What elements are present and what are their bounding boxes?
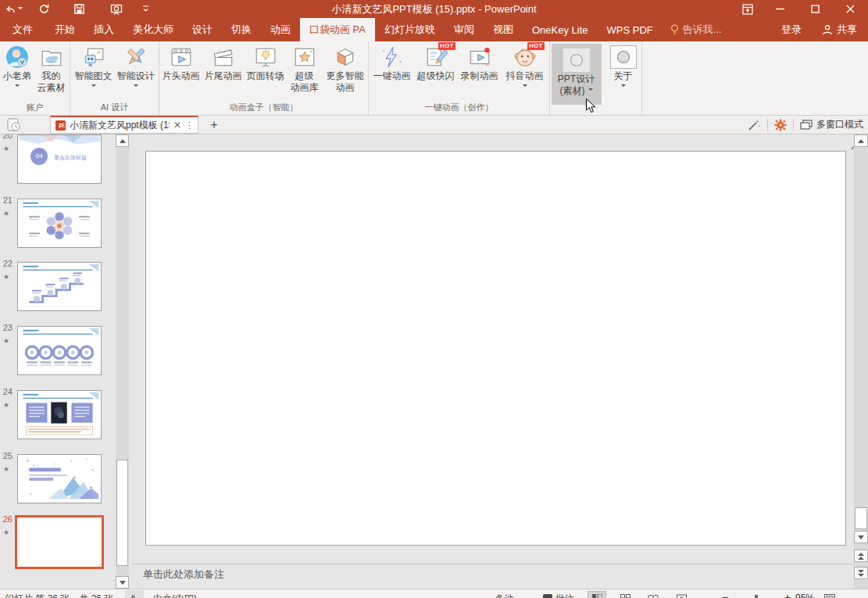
panel-scrollbar[interactable]: [116, 134, 129, 589]
tell-me-label: 告诉我...: [683, 23, 722, 37]
slide-thumbnail-26-selected[interactable]: [15, 515, 104, 569]
tab-transitions[interactable]: 切换: [222, 18, 261, 41]
animation-star-icon: ★: [3, 145, 9, 152]
save-button[interactable]: [61, 0, 97, 18]
opening-animation-button[interactable]: 片头动画: [160, 44, 202, 82]
smart-design-button[interactable]: 智能设计: [115, 44, 157, 89]
next-slide-button[interactable]: [854, 567, 868, 579]
douyin-animation-button[interactable]: HOT 抖音动画: [502, 44, 548, 89]
reading-view-icon: [648, 595, 659, 598]
normal-view-button[interactable]: [588, 591, 606, 598]
tab-meihua-master[interactable]: 美化大师: [123, 18, 183, 41]
recent-documents-button[interactable]: [7, 118, 21, 131]
slide-number: 23: [0, 323, 13, 332]
slide-thumbnail-20[interactable]: 04 单击添加标题: [17, 134, 102, 184]
button-label: 页面转场: [247, 70, 284, 82]
slide-counter[interactable]: 幻灯片 第 26 张，共 26 张: [5, 593, 113, 598]
tab-view[interactable]: 视图: [484, 18, 523, 41]
minimize-button[interactable]: [763, 0, 798, 18]
scroll-down-button[interactable]: [854, 531, 868, 543]
maximize-button[interactable]: [798, 0, 833, 18]
slideshow-view-button[interactable]: [672, 591, 691, 598]
multi-window-mode-button[interactable]: 多窗口模式: [800, 118, 863, 131]
smart-graphics-button[interactable]: 智能图文: [73, 44, 115, 89]
scroll-up-button[interactable]: [116, 134, 129, 147]
ribbon-group-ai-design: 智能图文 智能设计 AI 设计: [70, 41, 159, 115]
scroll-down-button[interactable]: [116, 576, 129, 589]
reading-view-button[interactable]: [644, 591, 663, 598]
customize-qat-button[interactable]: [136, 0, 155, 18]
tab-wps-pdf[interactable]: WPS PDF: [598, 18, 663, 41]
tab-file[interactable]: 文件: [0, 18, 45, 41]
ppt-design-assets-button[interactable]: PPT设计 (素材): [552, 44, 602, 105]
ending-animation-button[interactable]: 片尾动画: [202, 44, 245, 82]
tab-animations[interactable]: 动画: [261, 18, 300, 41]
double-chevron-up-icon: [858, 553, 864, 560]
tell-me-box[interactable]: 告诉我...: [663, 18, 730, 41]
button-label-line2: 云素材: [38, 82, 66, 94]
panel-scrollbar-thumb[interactable]: [116, 460, 128, 566]
tab-insert[interactable]: 插入: [84, 18, 123, 41]
ribbon-display-options-button[interactable]: [733, 0, 763, 18]
tab-pocket-animation[interactable]: 口袋动画 PA: [300, 18, 375, 41]
zoom-in-button[interactable]: +: [784, 591, 791, 598]
tab-home[interactable]: 开始: [45, 18, 84, 41]
button-label-line1: 超级: [295, 70, 314, 82]
chevron-down-icon: [15, 84, 20, 89]
slide-thumbnail-23[interactable]: [17, 326, 102, 375]
slide20-caption: 单击添加标题: [54, 154, 87, 162]
close-button[interactable]: [833, 0, 868, 18]
slide-thumbnail-21[interactable]: [17, 199, 102, 248]
tab-design[interactable]: 设计: [183, 18, 222, 41]
share-button[interactable]: 共享: [811, 18, 868, 41]
my-cloud-assets-button[interactable]: 我的 云素材: [34, 44, 70, 94]
document-tab-active[interactable]: P 小清新文艺风ppt模板 (15).pptx ✕ ⋮: [50, 116, 198, 134]
animation-star-icon: ★: [3, 273, 9, 281]
about-button[interactable]: 关于: [606, 44, 641, 89]
more-smart-animation-button[interactable]: 更多智能 动画: [323, 44, 368, 94]
start-slideshow-button[interactable]: [97, 0, 136, 18]
new-tab-button[interactable]: +: [205, 116, 223, 134]
magic-wand-button[interactable]: [748, 118, 761, 131]
notes-placeholder[interactable]: 单击此处添加备注: [143, 568, 224, 582]
tab-more-icon[interactable]: ⋮: [185, 120, 193, 131]
zoom-level[interactable]: 95%: [795, 593, 814, 598]
button-label-line2: (素材): [560, 85, 593, 97]
close-tab-icon[interactable]: ✕: [173, 120, 181, 131]
main-scrollbar-thumb[interactable]: [855, 507, 867, 529]
animation-star-icon: ★: [3, 528, 9, 536]
zoom-slider-handle[interactable]: [755, 595, 758, 598]
main-scrollbar[interactable]: [854, 134, 868, 589]
tab-review[interactable]: 审阅: [445, 18, 484, 41]
redo-button[interactable]: [27, 0, 61, 18]
fit-to-window-icon: [824, 594, 835, 598]
super-animation-library-button[interactable]: 超级 动画库: [287, 44, 323, 94]
slide-thumbnail-25[interactable]: [17, 454, 102, 503]
slide-canvas[interactable]: [145, 151, 846, 546]
notes-toggle[interactable]: 备注: [486, 593, 514, 598]
notes-divider[interactable]: [133, 564, 854, 564]
avatar-icon: [5, 45, 29, 69]
settings-gear-button[interactable]: [774, 119, 787, 131]
slide-thumbnail-22[interactable]: [17, 262, 102, 311]
tab-onekey-lite[interactable]: OneKey Lite: [523, 18, 598, 41]
onekey-animation-button[interactable]: 一键动画: [370, 44, 414, 82]
undo-button[interactable]: [0, 0, 27, 18]
previous-slide-button[interactable]: [854, 550, 868, 562]
fit-to-window-button[interactable]: [820, 591, 839, 598]
xiaolaodi-button[interactable]: 小老弟: [1, 44, 34, 89]
record-animation-button[interactable]: 录制动画: [458, 44, 502, 82]
sign-in-button[interactable]: 登录: [772, 18, 811, 41]
scroll-up-button[interactable]: [854, 134, 868, 147]
zoom-out-button[interactable]: −: [722, 591, 728, 598]
monkey-icon: HOT: [513, 45, 537, 69]
maximize-icon: [811, 5, 820, 13]
language-indicator[interactable]: 中文(中国): [153, 593, 197, 598]
slide-thumbnail-24[interactable]: [17, 390, 102, 439]
page-transition-button[interactable]: 页面转场: [245, 44, 287, 82]
comments-toggle[interactable]: 批注: [543, 593, 574, 598]
tab-slideshow[interactable]: 幻灯片放映: [375, 18, 445, 41]
slide-sorter-view-button[interactable]: [616, 591, 634, 598]
super-flash-button[interactable]: HOT 超级快闪: [414, 44, 458, 82]
spellcheck-button[interactable]: [125, 590, 144, 598]
